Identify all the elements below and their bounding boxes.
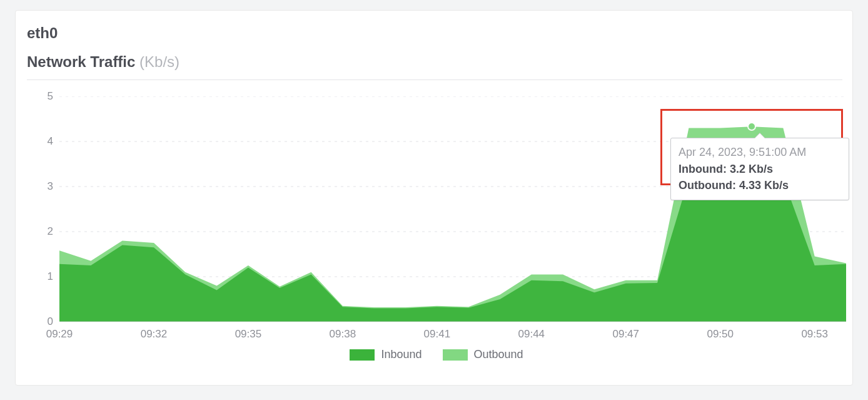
legend: Inbound Outbound [27,348,846,364]
chart-tooltip: Apr 24, 2023, 9:51:00 AM Inbound: 3.2 Kb… [670,138,849,200]
chart-title-text: Network Traffic [27,53,135,70]
tooltip-row-outbound: Outbound: 4.33 Kb/s [679,178,841,193]
legend-item-inbound[interactable]: Inbound [350,348,421,361]
y-tick-label: 4 [48,135,53,148]
legend-swatch-inbound [350,349,375,361]
tooltip-inbound-value: 3.2 Kb/s [730,163,773,175]
legend-label-inbound: Inbound [381,348,421,361]
y-tick-label: 3 [48,180,53,193]
x-tick-label: 09:41 [424,328,451,341]
y-tick-label: 5 [48,90,53,103]
section-divider [27,79,842,80]
y-tick-label: 1 [48,270,53,283]
legend-label-outbound: Outbound [474,348,523,361]
chart-title: Network Traffic (Kb/s) [27,53,842,71]
y-axis: 012345 [27,96,59,322]
x-tick-label: 09:44 [518,328,545,341]
y-tick-label: 2 [48,225,53,238]
tooltip-outbound-value: 4.33 Kb/s [739,179,789,192]
hover-marker-dot [749,123,755,130]
y-tick-label: 0 [48,315,53,328]
card-inner: eth0 Network Traffic (Kb/s) 012345 09:29… [16,11,852,367]
x-tick-label: 09:29 [46,328,73,341]
x-tick-label: 09:53 [801,328,828,341]
x-axis: 09:2909:3209:3509:3809:4109:4409:4709:50… [59,328,846,343]
x-tick-label: 09:50 [707,328,734,341]
x-tick-label: 09:35 [235,328,262,341]
x-tick-label: 09:32 [141,328,168,341]
legend-swatch-outbound [443,349,468,361]
legend-item-outbound[interactable]: Outbound [443,348,523,361]
tooltip-outbound-label: Outbound: [679,179,736,192]
tooltip-row-inbound: Inbound: 3.2 Kb/s [679,162,841,177]
x-tick-label: 09:47 [612,328,639,341]
area-chart-svg[interactable] [59,96,846,322]
tooltip-inbound-label: Inbound: [679,163,727,175]
interface-title: eth0 [27,24,842,42]
chart-card: eth0 Network Traffic (Kb/s) 012345 09:29… [15,10,853,386]
chart-area[interactable]: 012345 09:2909:3209:3509:3809:4109:4409:… [27,96,846,359]
x-tick-label: 09:38 [330,328,356,341]
tooltip-arrow-icon [754,133,765,138]
tooltip-timestamp: Apr 24, 2023, 9:51:00 AM [679,145,841,160]
chart-unit-text: (Kb/s) [139,53,179,70]
